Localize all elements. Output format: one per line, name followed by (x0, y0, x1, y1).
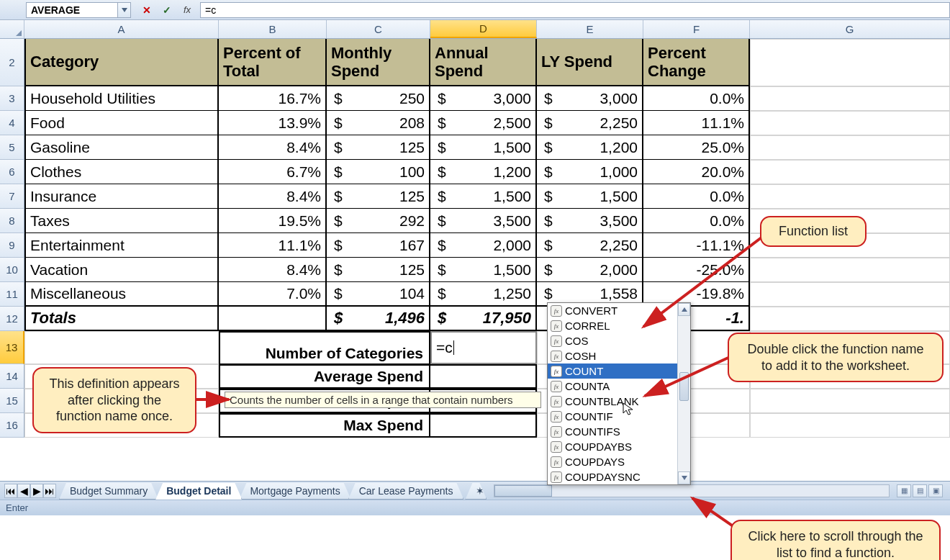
cell-change[interactable]: 20.0% (643, 160, 750, 184)
row-header-12[interactable]: 12 (0, 307, 24, 331)
cell-G[interactable] (750, 160, 950, 184)
scroll-up-icon[interactable] (678, 303, 690, 316)
function-item[interactable]: fxCORREL (548, 318, 690, 333)
cell-change[interactable]: 0.0% (643, 209, 750, 233)
cell-category[interactable]: Taxes (24, 209, 219, 233)
scroll-down-icon[interactable] (678, 471, 690, 484)
row-header-10[interactable]: 10 (0, 258, 24, 282)
sheet-tab[interactable]: Car Lease Payments (348, 483, 464, 500)
cell-monthly[interactable]: $250 (327, 86, 430, 111)
header-annual[interactable]: Annual Spend (430, 39, 537, 86)
cell-ly[interactable]: $2,000 (537, 258, 643, 282)
cell-ly[interactable]: $1,000 (537, 160, 643, 184)
fx-icon[interactable]: fx (178, 2, 196, 18)
cell-monthly[interactable]: $100 (327, 160, 430, 184)
cell-monthly[interactable]: $292 (327, 209, 430, 233)
cell-category[interactable]: Entertainment (24, 233, 219, 258)
header-monthly[interactable]: Monthly Spend (327, 39, 430, 86)
cell-G[interactable] (750, 111, 950, 135)
cell-annual[interactable]: $1,500 (430, 184, 537, 209)
cell-ly[interactable]: $1,500 (537, 184, 643, 209)
row-header-14[interactable]: 14 (0, 364, 24, 389)
header-pct[interactable]: Percent of Total (219, 39, 327, 86)
function-item[interactable]: fxCOUNTIFS (548, 424, 690, 439)
header-category[interactable]: Category (24, 39, 219, 86)
function-scrollbar[interactable] (677, 303, 690, 484)
cell-monthly[interactable]: $125 (327, 258, 430, 282)
name-box-dropdown-icon[interactable] (118, 2, 131, 18)
cell-pct[interactable]: 16.7% (219, 86, 327, 111)
enter-icon[interactable]: ✓ (158, 2, 176, 18)
cell-pct[interactable]: 7.0% (219, 282, 327, 307)
cell-D14[interactable] (430, 364, 537, 389)
row-header-6[interactable]: 6 (0, 160, 24, 184)
function-item[interactable]: fxCONVERT (548, 303, 690, 318)
cell-change[interactable]: 11.1% (643, 111, 750, 135)
cell-change[interactable]: 0.0% (643, 184, 750, 209)
totals-label[interactable]: Totals (24, 307, 219, 331)
cell-ly[interactable]: $3,000 (537, 86, 643, 111)
totals-monthly[interactable]: $1,496 (327, 307, 430, 331)
cell-annual[interactable]: $2,500 (430, 111, 537, 135)
tab-nav-next-icon[interactable]: ▶ (30, 484, 43, 498)
formula-input[interactable]: =c (200, 2, 950, 18)
label-avg-spend[interactable]: Average Spend (219, 364, 430, 389)
cell-category[interactable]: Vacation (24, 258, 219, 282)
cell-annual[interactable]: $1,250 (430, 282, 537, 307)
cell-monthly[interactable]: $125 (327, 184, 430, 209)
sheet-tab[interactable]: Budget Detail (155, 483, 242, 500)
row-header-7[interactable]: 7 (0, 184, 24, 209)
function-item[interactable]: fxCOUNTA (548, 379, 690, 394)
row-header-4[interactable]: 4 (0, 111, 24, 135)
cell-G[interactable] (750, 258, 950, 282)
function-item[interactable]: fxCOUPDAYSNC (548, 469, 690, 484)
cell-change[interactable]: -11.1% (643, 233, 750, 258)
cell-G12[interactable] (750, 307, 950, 331)
cell-G[interactable] (750, 282, 950, 307)
function-item[interactable]: fxCOUNTBLANK (548, 394, 690, 409)
label-max-spend[interactable]: Max Spend (219, 413, 430, 438)
cell-annual[interactable]: $3,500 (430, 209, 537, 233)
cell-category[interactable]: Gasoline (24, 135, 219, 160)
cell-G[interactable] (750, 135, 950, 160)
cancel-icon[interactable]: ✕ (138, 2, 155, 18)
select-all-corner[interactable] (0, 20, 24, 38)
col-header-F[interactable]: F (643, 20, 750, 38)
label-num-categories[interactable]: Number of Categories (219, 331, 430, 364)
cell-G[interactable] (750, 184, 950, 209)
cell-A13[interactable] (24, 331, 219, 364)
row-header-8[interactable]: 8 (0, 209, 24, 233)
tab-nav-prev-icon[interactable]: ◀ (17, 484, 30, 498)
col-header-A[interactable]: A (24, 20, 219, 38)
cell-category[interactable]: Household Utilities (24, 86, 219, 111)
insert-sheet-icon[interactable]: ✶ (465, 483, 487, 500)
function-item[interactable]: fxCOS (548, 333, 690, 348)
col-header-G[interactable]: G (750, 20, 950, 38)
cell-monthly[interactable]: $167 (327, 233, 430, 258)
cell-pct[interactable]: 6.7% (219, 160, 327, 184)
scroll-thumb[interactable] (679, 372, 689, 401)
cell-change[interactable]: 0.0% (643, 86, 750, 111)
header-ly[interactable]: LY Spend (537, 39, 643, 86)
function-item[interactable]: fxCOUNT (548, 363, 690, 379)
cell-pct[interactable]: 11.1% (219, 233, 327, 258)
row-header-9[interactable]: 9 (0, 233, 24, 258)
row-header-2[interactable]: 2 (0, 39, 24, 86)
cell-annual[interactable]: $1,500 (430, 258, 537, 282)
cell-annual[interactable]: $1,500 (430, 135, 537, 160)
header-change[interactable]: Percent Change (643, 39, 750, 86)
cell-D13-editing[interactable]: =c (430, 331, 537, 364)
totals-B[interactable] (219, 307, 327, 331)
row-header-16[interactable]: 16 (0, 413, 24, 438)
cell-monthly[interactable]: $208 (327, 111, 430, 135)
cell-ly[interactable]: $3,500 (537, 209, 643, 233)
cell-change[interactable]: 25.0% (643, 135, 750, 160)
row-header-11[interactable]: 11 (0, 282, 24, 307)
cell-pct[interactable]: 19.5% (219, 209, 327, 233)
cell-change[interactable]: -25.0% (643, 258, 750, 282)
cell-ly[interactable]: $2,250 (537, 111, 643, 135)
tab-nav-first-icon[interactable]: ⏮ (4, 484, 17, 498)
function-item[interactable]: fxCOUPDAYS (548, 454, 690, 469)
cell-category[interactable]: Clothes (24, 160, 219, 184)
cell-pct[interactable]: 8.4% (219, 135, 327, 160)
